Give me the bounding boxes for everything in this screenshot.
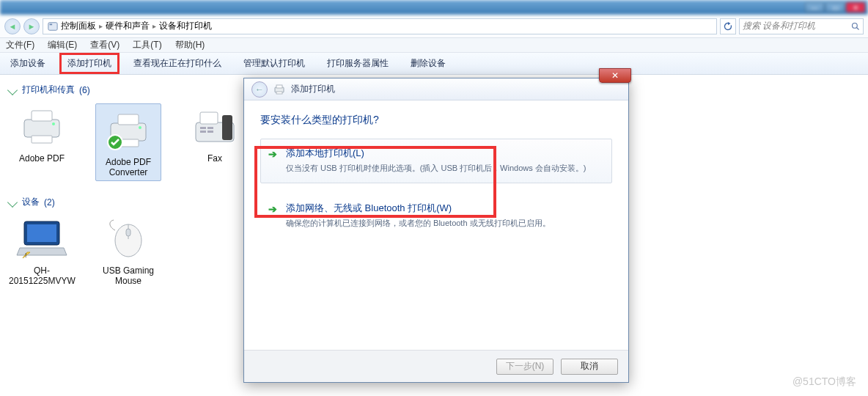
dialog-titlebar: ← 添加打印机 — [244, 78, 628, 100]
svg-rect-25 — [126, 229, 130, 236]
dialog-back-button[interactable]: ← — [251, 81, 268, 98]
menu-tools[interactable]: 工具(T) — [130, 39, 164, 51]
group-devices-count: (2) — [44, 197, 55, 208]
menu-edit[interactable]: 编辑(E) — [45, 39, 80, 51]
svg-rect-4 — [24, 120, 59, 137]
dialog-footer: 下一步(N) 取消 — [244, 350, 628, 382]
close-button[interactable]: ✕ — [846, 2, 865, 12]
option-network-title: 添加网络、无线或 Bluetooth 打印机(W) — [286, 202, 601, 215]
breadcrumb-seg-1[interactable]: 控制面板 — [61, 20, 96, 32]
arrow-right-icon: ➔ — [268, 148, 277, 160]
minimize-button[interactable]: — — [805, 2, 824, 12]
printer-default-icon — [102, 107, 155, 154]
svg-rect-1 — [50, 23, 53, 25]
device-item-adobe-pdf-converter[interactable]: Adobe PDF Converter — [95, 103, 161, 181]
option-local-title: 添加本地打印机(L) — [286, 147, 601, 160]
svg-rect-15 — [222, 115, 232, 140]
breadcrumb-icon — [48, 21, 58, 32]
cmd-delete-device[interactable]: 删除设备 — [405, 55, 452, 72]
mouse-icon — [102, 216, 155, 263]
nav-forward-button[interactable]: ► — [23, 18, 40, 34]
address-bar: ◄ ► 控制面板 ▸ 硬件和声音 ▸ 设备和打印机 搜索 设备和打印机 — [0, 15, 868, 38]
svg-rect-9 — [118, 114, 139, 125]
device-item-adobe-pdf[interactable]: Adobe PDF — [9, 103, 75, 181]
menu-help[interactable]: 帮助(H) — [172, 39, 208, 51]
svg-rect-19 — [207, 131, 213, 133]
svg-rect-0 — [48, 22, 57, 30]
cmd-add-device[interactable]: 添加设备 — [4, 55, 51, 72]
command-bar: 添加设备 添加打印机 查看现在正在打印什么 管理默认打印机 打印服务器属性 删除… — [0, 53, 868, 75]
device-label: Adobe PDF — [9, 153, 75, 164]
svg-point-7 — [52, 122, 55, 125]
chevron-right-icon: ▸ — [99, 22, 103, 30]
fax-icon — [188, 103, 241, 150]
svg-line-3 — [857, 27, 859, 29]
dialog-heading: 要安装什么类型的打印机? — [260, 114, 612, 127]
svg-rect-27 — [276, 85, 282, 88]
device-label: Fax — [182, 153, 248, 164]
dialog-close-button[interactable]: ✕ — [599, 68, 631, 83]
svg-rect-6 — [32, 136, 52, 143]
device-label: USB Gaming Mouse — [95, 265, 161, 286]
watermark: @51CTO博客 — [792, 375, 856, 389]
arrow-right-icon: ➔ — [268, 203, 277, 215]
dialog-body: 要安装什么类型的打印机? ➔ 添加本地打印机(L) 仅当没有 USB 打印机时使… — [244, 100, 628, 238]
search-icon — [851, 22, 860, 31]
group-printers-count: (6) — [79, 85, 90, 95]
laptop-icon: ! — [15, 216, 68, 263]
breadcrumb[interactable]: 控制面板 ▸ 硬件和声音 ▸ 设备和打印机 — [43, 18, 717, 34]
menu-view[interactable]: 查看(V) — [87, 39, 122, 51]
svg-rect-16 — [200, 127, 206, 129]
add-printer-dialog: ✕ ← 添加打印机 要安装什么类型的打印机? ➔ 添加本地打印机(L) 仅当没有… — [243, 78, 629, 383]
search-input[interactable]: 搜索 设备和打印机 — [739, 18, 864, 34]
dialog-title-text: 添加打印机 — [291, 83, 335, 95]
svg-point-11 — [139, 126, 141, 129]
option-local-desc: 仅当没有 USB 打印机时使用此选项。(插入 USB 打印机后，Windows … — [286, 163, 601, 174]
chevron-down-icon — [7, 84, 18, 95]
option-add-network-printer[interactable]: ➔ 添加网络、无线或 Bluetooth 打印机(W) 确保您的计算机已连接到网… — [260, 194, 612, 238]
group-printers-label: 打印机和传真 — [22, 84, 75, 96]
svg-rect-5 — [32, 111, 52, 121]
chevron-down-icon — [7, 197, 18, 207]
cmd-print-server-props[interactable]: 打印服务器属性 — [321, 55, 394, 72]
refresh-button[interactable] — [720, 18, 736, 34]
printer-icon — [273, 84, 285, 95]
option-network-desc: 确保您的计算机已连接到网络，或者您的 Bluetooth 或无线打印机已启用。 — [286, 218, 601, 229]
svg-point-2 — [853, 23, 858, 28]
window-titlebar: — ▭ ✕ — [0, 0, 868, 15]
cmd-see-printing[interactable]: 查看现在正在打印什么 — [128, 55, 227, 72]
menu-bar: 文件(F) 编辑(E) 查看(V) 工具(T) 帮助(H) — [0, 38, 868, 53]
option-add-local-printer[interactable]: ➔ 添加本地打印机(L) 仅当没有 USB 打印机时使用此选项。(插入 USB … — [260, 139, 612, 183]
nav-back-button[interactable]: ◄ — [4, 18, 21, 34]
printer-icon — [15, 103, 68, 150]
breadcrumb-seg-2[interactable]: 硬件和声音 — [106, 20, 150, 32]
svg-rect-28 — [276, 92, 282, 94]
device-label: QH-20151225MVYW — [9, 265, 75, 286]
menu-file[interactable]: 文件(F) — [3, 39, 37, 51]
refresh-icon — [723, 21, 733, 32]
cmd-manage-default[interactable]: 管理默认打印机 — [238, 55, 311, 72]
svg-rect-21 — [27, 224, 56, 242]
svg-rect-17 — [200, 131, 206, 133]
search-placeholder: 搜索 设备和打印机 — [743, 20, 815, 32]
group-devices-label: 设备 — [22, 196, 40, 208]
svg-rect-14 — [200, 112, 218, 124]
cancel-button[interactable]: 取消 — [561, 359, 618, 375]
svg-rect-18 — [207, 127, 213, 129]
maximize-button[interactable]: ▭ — [825, 2, 845, 12]
cmd-add-printer[interactable]: 添加打印机 — [62, 55, 117, 72]
next-button[interactable]: 下一步(N) — [496, 359, 553, 375]
device-item-mouse[interactable]: USB Gaming Mouse — [95, 216, 161, 286]
device-item-laptop[interactable]: ! QH-20151225MVYW — [9, 216, 75, 286]
chevron-right-icon: ▸ — [152, 22, 156, 30]
breadcrumb-seg-3[interactable]: 设备和打印机 — [159, 20, 212, 32]
svg-text:!: ! — [25, 252, 27, 259]
device-item-fax[interactable]: Fax — [182, 103, 248, 181]
device-label: Adobe PDF Converter — [98, 157, 159, 177]
